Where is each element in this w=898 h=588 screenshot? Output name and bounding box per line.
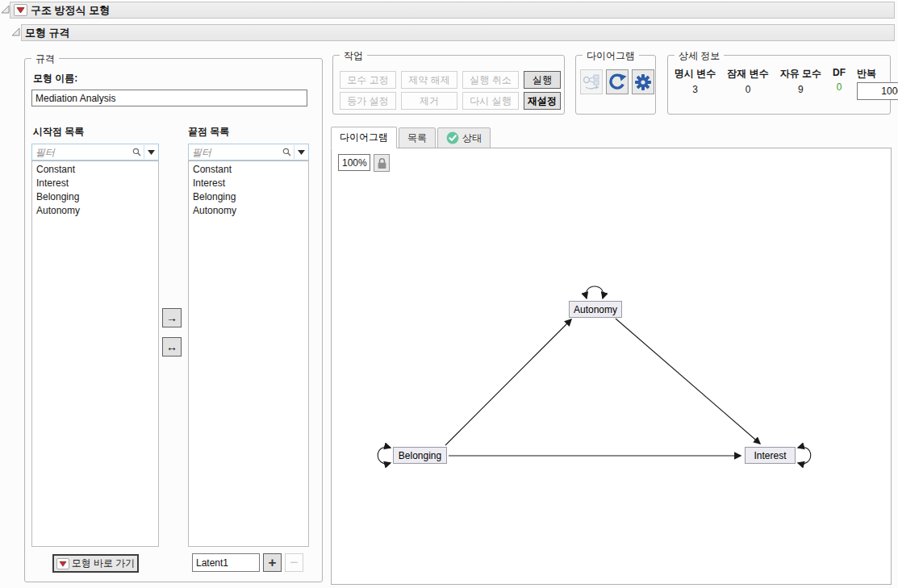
red-triangle-menu-icon — [56, 558, 69, 569]
variance-loop-belonging[interactable] — [378, 447, 391, 464]
outline-title: 구조 방정식 모형 — [31, 3, 110, 18]
latent-name-input[interactable] — [192, 553, 260, 572]
red-triangle-menu-icon[interactable] — [14, 4, 27, 16]
iterations-input[interactable] — [857, 82, 898, 100]
stat-df: DF 0 — [833, 67, 846, 100]
diagram-group-title: 다이어그램 — [583, 49, 639, 63]
action-group-title: 작업 — [340, 49, 367, 63]
action-group: 작업 모수 고정 제약 해제 실행 취소 실행 등가 설정 제거 다시 실행 재… — [332, 55, 565, 115]
model-name-label: 모형 이름: — [33, 72, 77, 85]
to-filter-input[interactable] — [189, 147, 280, 158]
stat-latent-variables: 잠재 변수 0 — [727, 67, 768, 100]
outline-header: 구조 방정식 모형 — [10, 2, 895, 19]
model-shortcut-label: 모형 바로 가기 — [72, 557, 136, 570]
edge-belonging-autonomy[interactable] — [445, 319, 571, 445]
tab-list[interactable]: 목록 — [399, 127, 436, 148]
chevron-down-icon[interactable] — [294, 144, 308, 160]
status-check-icon — [446, 131, 459, 144]
from-filter — [31, 144, 159, 161]
search-icon — [130, 144, 144, 160]
list-item[interactable]: Constant — [32, 163, 158, 177]
stat-value: 0 — [746, 84, 751, 95]
tab-label: 다이어그램 — [340, 131, 388, 144]
from-filter-input[interactable] — [32, 147, 130, 158]
zoom-level-input[interactable]: 100% — [338, 154, 370, 171]
chevron-down-icon[interactable] — [144, 144, 158, 160]
stat-free-parameters: 자유 모수 9 — [780, 67, 821, 100]
remove-button[interactable]: 제거 — [401, 92, 457, 110]
list-item[interactable]: Autonomy — [32, 204, 158, 218]
stat-value: 9 — [798, 84, 804, 95]
tab-label: 목록 — [407, 131, 427, 145]
list-item[interactable]: Constant — [189, 163, 308, 177]
redo-button[interactable]: 다시 실행 — [462, 92, 519, 110]
stat-label: DF — [833, 67, 846, 78]
diagram-group: 다이어그램 — [575, 55, 656, 115]
section-title: 모형 규격 — [25, 26, 70, 40]
layout-icon[interactable] — [580, 69, 603, 94]
view-tabs: 다이어그램 목록 상태 — [331, 127, 492, 148]
model-name-input[interactable] — [31, 90, 307, 106]
remove-latent-button[interactable]: − — [285, 553, 303, 572]
model-shortcut-button[interactable]: 모형 바로 가기 — [52, 554, 139, 573]
add-single-arrow-button[interactable]: → — [162, 308, 182, 327]
diagram-canvas[interactable]: 100% Autonomy Belonging Interest — [331, 148, 892, 585]
spec-group-title: 규격 — [31, 52, 59, 66]
node-autonomy[interactable]: Autonomy — [569, 301, 622, 318]
disclosure-icon[interactable] — [11, 27, 20, 36]
stat-label: 반복 — [857, 67, 876, 81]
node-belonging[interactable]: Belonging — [393, 447, 447, 464]
from-list-title: 시작점 목록 — [33, 125, 84, 139]
search-icon — [280, 144, 294, 160]
details-group: 상세 정보 명시 변수 3 잠재 변수 0 자유 모수 9 DF 0 반복 — [667, 55, 891, 115]
fix-parameters-button[interactable]: 모수 고정 — [340, 71, 396, 89]
release-constraints-button[interactable]: 제약 해제 — [401, 71, 457, 89]
stat-label: 자유 모수 — [780, 67, 821, 81]
list-item[interactable]: Belonging — [32, 190, 158, 204]
list-item[interactable]: Belonging — [189, 190, 308, 204]
lock-icon[interactable] — [374, 154, 390, 172]
from-list[interactable]: Constant Interest Belonging Autonomy — [31, 161, 159, 547]
reset-button[interactable]: 재설정 — [524, 92, 561, 110]
stat-label: 잠재 변수 — [727, 67, 768, 81]
section-header: 모형 규격 — [21, 24, 895, 41]
set-equal-button[interactable]: 등가 설정 — [340, 92, 396, 110]
edge-autonomy-interest[interactable] — [616, 319, 760, 444]
undo-button[interactable]: 실행 취소 — [462, 71, 519, 89]
to-filter — [188, 144, 309, 161]
details-group-title: 상세 정보 — [675, 49, 724, 63]
add-double-arrow-button[interactable]: ↔ — [162, 337, 182, 357]
refresh-layout-icon[interactable] — [606, 69, 629, 94]
list-item[interactable]: Autonomy — [189, 204, 308, 218]
list-item[interactable]: Interest — [32, 177, 158, 190]
variance-loop-autonomy[interactable] — [586, 286, 604, 298]
stat-value: 0 — [837, 81, 842, 93]
stat-label: 명시 변수 — [675, 67, 716, 81]
gear-icon[interactable] — [632, 69, 654, 94]
details-stats: 명시 변수 3 잠재 변수 0 자유 모수 9 DF 0 반복 — [675, 67, 885, 100]
list-item[interactable]: Interest — [189, 177, 308, 190]
to-list-title: 끝점 목록 — [188, 125, 229, 139]
zoom-value: 100% — [342, 157, 367, 169]
stat-value: 3 — [692, 84, 698, 95]
stat-manifest-variables: 명시 변수 3 — [675, 67, 716, 100]
tab-diagram[interactable]: 다이어그램 — [331, 127, 397, 148]
disclosure-icon[interactable] — [1, 5, 10, 14]
tab-label: 상태 — [462, 131, 482, 145]
path-diagram-edges — [332, 148, 891, 584]
to-list[interactable]: Constant Interest Belonging Autonomy — [188, 161, 309, 547]
add-latent-button[interactable]: + — [263, 553, 282, 572]
run-button[interactable]: 실행 — [524, 71, 561, 89]
tab-status[interactable]: 상태 — [437, 127, 491, 148]
stat-iterations: 반복 — [857, 67, 898, 100]
node-interest[interactable]: Interest — [745, 447, 796, 464]
spec-group: 규격 모형 이름: 시작점 목록 끝점 목록 Constant Interest… — [24, 58, 323, 582]
variance-loop-interest[interactable] — [798, 447, 811, 464]
